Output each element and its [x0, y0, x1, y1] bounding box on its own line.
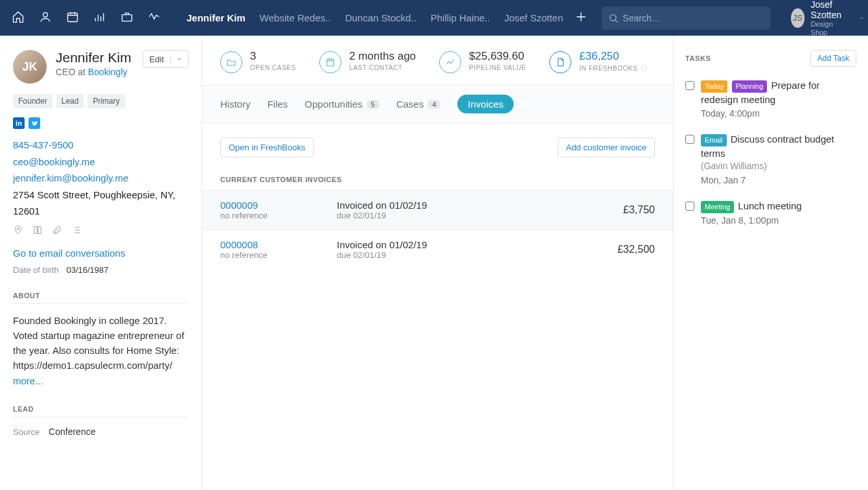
address: 2754 Scott Street, Poughkeepsie, NY, 126… [13, 187, 188, 220]
task-sub: Today, 4:00pm [701, 108, 856, 121]
user-menu[interactable]: JS Josef Szotten Design Shop [791, 0, 864, 36]
invoice-date: Invoiced on 01/02/19 [337, 200, 577, 211]
stat-freshbooks: £36,250 IN FRESHBOOKS [549, 50, 648, 73]
user-avatar: JS [791, 8, 804, 28]
invoice-row[interactable]: 0000009 no reference Invoiced on 01/02/1… [202, 190, 673, 229]
add-icon[interactable] [575, 10, 588, 25]
task-title[interactable]: Lunch meeting [738, 200, 801, 211]
opportunities-badge: 5 [367, 100, 380, 109]
stat-last-contact: 2 months agoLAST CONTACT [319, 50, 416, 73]
trend-icon [439, 51, 461, 73]
calendar-stat-icon [319, 51, 341, 73]
twitter-icon[interactable] [29, 117, 40, 129]
pill-meeting: Meeting [701, 201, 734, 213]
go-to-email-link[interactable]: Go to email conversations [13, 248, 188, 259]
stat-value: £36,250 [579, 50, 648, 63]
tab-4[interactable]: Josef Szotten [504, 12, 563, 23]
activity-icon[interactable] [148, 10, 161, 25]
email1-link[interactable]: ceo@bookingly.me [13, 156, 95, 167]
about-more-link[interactable]: more... [13, 375, 43, 386]
tab-3[interactable]: Phillip Haine.. [431, 12, 490, 23]
invoice-due: due 02/01/19 [337, 250, 577, 260]
detail-icons [13, 225, 188, 237]
tasks-panel: TASKS Add Task Today Planning Prepare fo… [674, 36, 868, 490]
tab-0[interactable]: Jennifer Kim [187, 12, 246, 23]
content-tabs: History Files Opportunities5 Cases4 Invo… [202, 86, 673, 123]
invoice-number[interactable]: 0000009 [220, 200, 337, 211]
list-icon[interactable] [71, 225, 82, 237]
pill-planning: Planning [732, 80, 768, 93]
home-icon[interactable] [12, 10, 25, 25]
social-links: in [13, 117, 188, 129]
tasks-heading: TASKS [685, 54, 711, 62]
tag[interactable]: Founder [13, 94, 52, 108]
tab-opportunities[interactable]: Opportunities5 [304, 99, 379, 110]
email2-link[interactable]: jennifer.kim@bookingly.me [13, 172, 128, 183]
task-checkbox[interactable] [685, 202, 694, 211]
info-icon[interactable] [640, 64, 648, 72]
contact-role: CEO at Bookingly [56, 67, 131, 77]
contact-name: Jennifer Kim [56, 50, 131, 65]
task-checkbox[interactable] [685, 135, 694, 144]
lead-source-value: Conference [49, 426, 95, 437]
pill-today: Today [701, 80, 727, 93]
invoice-amount: £32,500 [577, 244, 655, 255]
tag[interactable]: Primary [87, 94, 124, 108]
stat-open-cases: 3OPEN CASES [220, 50, 296, 73]
open-freshbooks-button[interactable]: Open in FreshBooks [220, 137, 314, 158]
stat-label: IN FRESHBOOKS [579, 64, 648, 72]
user-name: Josef Szotten [811, 0, 848, 20]
tab-cases[interactable]: Cases4 [396, 99, 441, 110]
stat-value: 3 [250, 50, 296, 63]
invoice-reference: no reference [220, 250, 337, 260]
tab-1[interactable]: Website Redes.. [260, 12, 331, 23]
task-sub: Tue, Jan 8, 1:00pm [701, 215, 856, 228]
invoice-number[interactable]: 0000008 [220, 239, 337, 250]
cases-badge: 4 [428, 100, 440, 109]
company-link[interactable]: Bookingly [88, 67, 128, 77]
svg-rect-1 [68, 13, 78, 21]
tab-files[interactable]: Files [268, 99, 288, 110]
task-item: Meeting Lunch meeting Tue, Jan 8, 1:00pm [685, 199, 856, 228]
svg-point-0 [43, 12, 48, 17]
stat-value: 2 months ago [349, 50, 416, 63]
top-navigation: Jennifer Kim Website Redes.. Duncan Stoc… [0, 0, 868, 36]
edit-button[interactable]: Edit [143, 50, 188, 68]
user-org: Design Shop [811, 20, 848, 36]
invoice-amount: £3,750 [577, 204, 655, 216]
task-checkbox[interactable] [685, 81, 694, 90]
tab-invoices[interactable]: Invoices [457, 95, 514, 113]
book-icon[interactable] [32, 225, 43, 237]
add-task-button[interactable]: Add Task [810, 50, 856, 67]
stat-label: OPEN CASES [250, 64, 296, 71]
phone-link[interactable]: 845-437-9500 [13, 139, 73, 150]
svg-point-4 [17, 228, 19, 229]
task-sub: Mon, Jan 7 [701, 174, 856, 187]
bars-icon[interactable] [93, 10, 106, 25]
tab-history[interactable]: History [220, 99, 251, 110]
invoice-due: due 02/01/19 [337, 211, 577, 220]
task-extra: (Gavin Williams) [701, 160, 856, 173]
person-icon[interactable] [39, 10, 52, 25]
location-pin-icon[interactable] [13, 225, 23, 237]
search-input[interactable] [602, 6, 770, 30]
dob-value: 03/16/1987 [66, 265, 108, 275]
tag[interactable]: Lead [56, 94, 84, 108]
stat-value: $25,639.60 [469, 50, 526, 63]
edit-dropdown[interactable] [170, 56, 188, 62]
attachment-icon[interactable] [52, 225, 62, 237]
linkedin-icon[interactable]: in [13, 117, 25, 129]
invoice-date: Invoiced on 01/02/19 [337, 239, 577, 250]
invoice-reference: no reference [220, 211, 337, 220]
add-invoice-button[interactable]: Add customer invoice [558, 137, 655, 158]
about-heading: ABOUT [13, 292, 188, 304]
calendar-icon[interactable] [66, 10, 79, 25]
contact-sidebar: JK Jennifer Kim CEO at Bookingly Edit Fo… [0, 36, 202, 490]
invoice-row[interactable]: 0000008 no reference Invoiced on 01/02/1… [202, 229, 673, 269]
nav-icon-group [12, 10, 161, 25]
lead-source-label: Source [13, 427, 40, 437]
briefcase-icon[interactable] [120, 10, 133, 25]
tab-2[interactable]: Duncan Stockd.. [345, 12, 417, 23]
breadcrumb-tabs: Jennifer Kim Website Redes.. Duncan Stoc… [187, 12, 563, 23]
svg-rect-2 [122, 15, 132, 21]
